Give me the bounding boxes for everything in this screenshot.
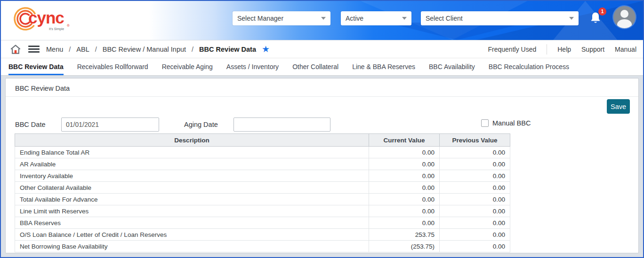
bbc-review-table: DescriptionCurrent ValuePrevious Value E… (15, 133, 510, 252)
cell-previous-value: 0.00 (440, 182, 510, 194)
tab-bar: BBC Review DataReceivables RollforwardRe… (1, 58, 643, 76)
status-select-value: Active (346, 15, 363, 22)
column-header-description: Description (15, 134, 369, 147)
header-links: Frequently UsedHelpSupportManual (478, 44, 636, 55)
aging-date-input[interactable] (233, 117, 330, 132)
notification-badge: 1 (598, 8, 606, 16)
cell-description: Net Borrowing Base Availability (15, 241, 369, 252)
link-manual[interactable]: Manual (615, 46, 636, 53)
chevron-down-icon (569, 17, 574, 20)
cell-previous-value: 0.00 (440, 170, 510, 182)
cell-current-value: 0.00 (369, 217, 440, 229)
avatar-silhouette (620, 10, 628, 18)
tab-receivable-aging[interactable]: Receivable Aging (162, 58, 213, 75)
table-row: Net Borrowing Base Availability(253.75)0… (15, 241, 510, 252)
cell-current-value: 0.00 (369, 158, 440, 170)
cell-description: Line Limit with Reserves (15, 205, 369, 217)
table-row: O/S Loan Balance / Letter of Credit / Lo… (15, 229, 510, 241)
manual-bbc-checkbox-wrap: Manual BBC (481, 119, 531, 127)
tab-line-bba-reserves[interactable]: Line & BBA Reserves (352, 58, 415, 75)
cell-current-value: 0.00 (369, 205, 440, 217)
manager-select-value: Select Manager (237, 15, 283, 22)
breadcrumb-item-bbc-review-manual-input[interactable]: BBC Review / Manual Input (103, 46, 186, 53)
breadcrumb-separator: / (192, 46, 193, 53)
app-window: cync ® It's Simple Select Manager Active… (0, 0, 644, 258)
client-select-value: Select Client (426, 15, 463, 22)
home-icon[interactable] (10, 45, 21, 54)
bbc-date-label: BBC Date (15, 121, 45, 128)
tab-receivables-rollforward[interactable]: Receivables Rollforward (77, 58, 148, 75)
column-header-previous-value: Previous Value (440, 134, 510, 147)
breadcrumb: Menu/ABL/BBC Review / Manual Input/BBC R… (46, 46, 256, 53)
vertical-divider (547, 44, 547, 55)
table-row: Line Limit with Reserves0.000.00 (15, 205, 510, 217)
breadcrumb-separator: / (69, 46, 71, 53)
cell-description: Other Collateral Available (15, 182, 369, 194)
cell-description: Inventory Available (15, 170, 369, 182)
status-select[interactable]: Active (341, 11, 411, 25)
link-help[interactable]: Help (557, 46, 571, 53)
breadcrumb-item-abl[interactable]: ABL (76, 46, 89, 53)
bbc-review-panel: BBC Review Data Save BBC Date Aging Date… (5, 78, 639, 253)
cell-current-value: 253.75 (369, 229, 440, 241)
manual-bbc-label: Manual BBC (492, 119, 531, 127)
menu-icon[interactable] (28, 46, 40, 53)
panel-divider (6, 96, 638, 97)
cell-previous-value: 0.00 (440, 217, 510, 229)
cell-previous-value: 0.00 (440, 241, 510, 252)
client-select[interactable]: Select Client (421, 11, 579, 25)
table-header-row: DescriptionCurrent ValuePrevious Value (15, 134, 510, 147)
cell-current-value: 0.00 (369, 170, 440, 182)
avatar-silhouette (617, 19, 632, 28)
tab-bbc-recalculation-process[interactable]: BBC Recalculation Process (489, 58, 569, 75)
save-button[interactable]: Save (607, 99, 630, 114)
tab-assets-inventory[interactable]: Assets / Inventory (226, 58, 279, 75)
cync-logo: cync ® It's Simple (12, 4, 78, 35)
link-support[interactable]: Support (581, 46, 604, 53)
table-row: Total Available For Advance0.000.00 (15, 194, 510, 205)
cell-previous-value: 0.00 (440, 205, 510, 217)
logo-tagline: It's Simple (49, 27, 64, 31)
table-row: BBA Reserves0.000.00 (15, 217, 510, 229)
chevron-down-icon (321, 17, 326, 20)
bbc-date-input[interactable] (61, 117, 159, 132)
content-area: BBC Review Data Save BBC Date Aging Date… (1, 76, 643, 257)
table-row: Inventory Available0.000.00 (15, 170, 510, 182)
table-row: Ending Balance Total AR0.000.00 (15, 147, 510, 158)
cell-previous-value: 0.00 (440, 158, 510, 170)
cell-description: O/S Loan Balance / Letter of Credit / Lo… (15, 229, 369, 241)
cell-previous-value: 0.00 (440, 229, 510, 241)
page-title: BBC Review Data (15, 85, 70, 92)
top-header: cync ® It's Simple Select Manager Active… (1, 1, 643, 40)
cell-previous-value: 0.00 (440, 147, 510, 158)
breadcrumb-separator: / (95, 46, 97, 53)
cell-current-value: 0.00 (369, 147, 440, 158)
cell-description: BBA Reserves (15, 217, 369, 229)
manual-bbc-checkbox[interactable] (481, 119, 489, 127)
user-avatar[interactable] (613, 6, 636, 28)
favorite-star-icon[interactable]: ★ (262, 45, 270, 54)
chevron-down-icon (402, 17, 407, 20)
manager-select[interactable]: Select Manager (233, 11, 330, 25)
logo-wordmark: cync (28, 8, 64, 27)
table-row: AR Available0.000.00 (15, 158, 510, 170)
cell-previous-value: 0.00 (440, 194, 510, 205)
cell-current-value: 0.00 (369, 182, 440, 194)
cell-description: AR Available (15, 158, 369, 170)
aging-date-label: Aging Date (184, 121, 218, 128)
cell-current-value: 0.00 (369, 194, 440, 205)
tab-bbc-availability[interactable]: BBC Availability (429, 58, 475, 75)
cell-current-value: (253.75) (369, 241, 440, 252)
column-header-current-value: Current Value (369, 134, 440, 147)
notifications-button[interactable]: 1 (588, 10, 604, 28)
breadcrumb-item-bbc-review-data[interactable]: BBC Review Data (199, 46, 256, 53)
link-frequently-used[interactable]: Frequently Used (488, 46, 537, 53)
table-body: Ending Balance Total AR0.000.00AR Availa… (15, 147, 510, 252)
tab-other-collateral[interactable]: Other Collateral (292, 58, 338, 75)
breadcrumb-bar: Menu/ABL/BBC Review / Manual Input/BBC R… (1, 40, 643, 58)
logo-registered-mark: ® (67, 23, 70, 28)
tab-bbc-review-data[interactable]: BBC Review Data (8, 58, 64, 75)
breadcrumb-item-menu[interactable]: Menu (46, 46, 63, 53)
table-row: Other Collateral Available0.000.00 (15, 182, 510, 194)
cell-description: Total Available For Advance (15, 194, 369, 205)
